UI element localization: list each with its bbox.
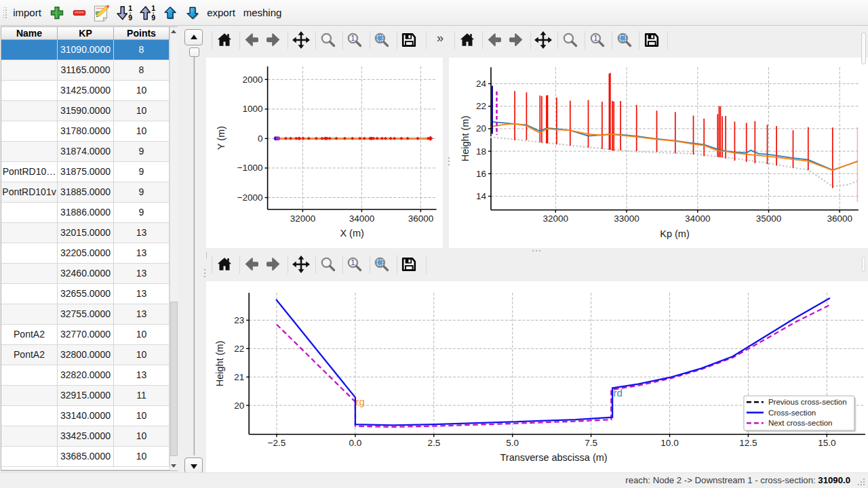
svg-text:15.0: 15.0 <box>818 438 835 448</box>
svg-text:12.5: 12.5 <box>739 438 757 448</box>
svg-text:0.0: 0.0 <box>349 438 362 448</box>
svg-text:1: 1 <box>351 258 355 266</box>
svg-text:Y (m): Y (m) <box>216 126 226 150</box>
svg-text:18: 18 <box>476 146 486 157</box>
svg-text:20: 20 <box>476 123 486 134</box>
svg-text:33000: 33000 <box>614 214 639 224</box>
svg-text:32000: 32000 <box>290 214 316 224</box>
svg-text:Next cross-section: Next cross-section <box>768 419 833 427</box>
svg-text:2.5: 2.5 <box>427 438 440 448</box>
svg-text:1: 1 <box>128 5 132 12</box>
svg-text:23: 23 <box>234 315 244 325</box>
svg-text:1: 1 <box>593 34 597 42</box>
svg-text:16: 16 <box>476 169 486 179</box>
svg-text:1: 1 <box>351 34 355 42</box>
svg-text:34000: 34000 <box>349 214 375 224</box>
svg-text:36000: 36000 <box>408 214 434 224</box>
svg-text:Cross-section: Cross-section <box>768 409 816 417</box>
svg-text:−2000: −2000 <box>237 192 263 203</box>
svg-text:Previous cross-section: Previous cross-section <box>768 398 847 406</box>
svg-text:34000: 34000 <box>685 214 711 224</box>
svg-text:−2.5: −2.5 <box>268 438 286 448</box>
svg-text:Transverse abscissa (m): Transverse abscissa (m) <box>500 452 607 463</box>
svg-text:22: 22 <box>234 344 244 354</box>
svg-text:rd: rd <box>614 387 623 399</box>
svg-text:32000: 32000 <box>543 214 569 224</box>
svg-text:2000: 2000 <box>243 75 263 85</box>
svg-text:21: 21 <box>234 372 244 382</box>
svg-text:Height (m): Height (m) <box>460 116 471 162</box>
svg-text:X (m): X (m) <box>340 228 363 239</box>
svg-text:35000: 35000 <box>756 214 782 224</box>
svg-text:1000: 1000 <box>243 104 263 114</box>
svg-text:20: 20 <box>234 401 244 411</box>
svg-text:rg: rg <box>355 396 364 407</box>
svg-text:10.0: 10.0 <box>660 438 678 448</box>
svg-text:−1000: −1000 <box>237 163 263 173</box>
svg-text:1: 1 <box>151 5 155 12</box>
svg-text:22: 22 <box>476 101 486 111</box>
svg-text:36000: 36000 <box>827 214 852 224</box>
svg-text:5.0: 5.0 <box>506 438 519 448</box>
svg-text:0: 0 <box>258 134 263 144</box>
svg-text:Kp (m): Kp (m) <box>660 228 690 239</box>
svg-text:7.5: 7.5 <box>585 438 597 448</box>
svg-text:24: 24 <box>476 79 487 89</box>
svg-text:14: 14 <box>476 191 487 201</box>
svg-text:Height (m): Height (m) <box>214 341 225 387</box>
